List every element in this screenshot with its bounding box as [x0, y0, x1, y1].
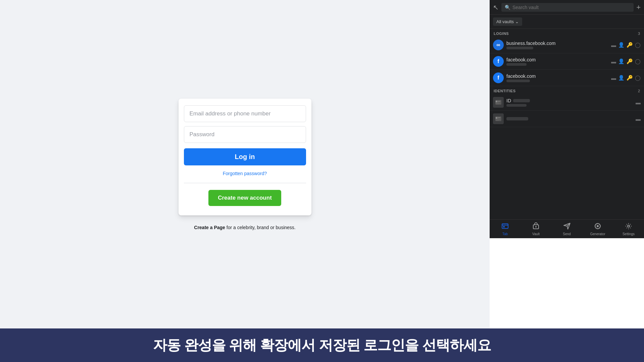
item-actions: ▬ 👤 🔑 ◯	[611, 58, 641, 64]
item-subtitle	[506, 63, 608, 66]
history-icon[interactable]: ◯	[635, 42, 641, 48]
password-input[interactable]	[184, 126, 306, 143]
tab-icon	[501, 222, 509, 231]
blurred-text	[506, 117, 528, 120]
svg-rect-11	[496, 120, 499, 120]
forgot-password-link[interactable]: Forgotten password?	[184, 171, 306, 176]
svg-rect-1	[496, 101, 497, 102]
tab-label: Tab	[502, 232, 508, 236]
svg-rect-2	[498, 101, 500, 102]
user-icon[interactable]: 👤	[618, 42, 625, 48]
item-info: facebook.com	[506, 57, 608, 66]
svg-rect-4	[496, 103, 500, 103]
identities-section-header: IDENTITIES 2	[490, 86, 644, 94]
send-label: Send	[563, 232, 571, 236]
svg-rect-5	[496, 104, 499, 104]
details-icon[interactable]: ▬	[636, 116, 641, 122]
blurred-text	[506, 63, 527, 66]
login-button[interactable]: Log in	[184, 148, 306, 165]
item-info	[506, 116, 633, 121]
vault-list: LOGINS 3 ∞ business.facebook.com ▬ 👤 🔑 ◯	[490, 29, 644, 219]
list-item[interactable]: f facebook.com ▬ 👤 🔑 ◯	[490, 53, 644, 70]
key-icon[interactable]: 🔑	[627, 42, 633, 48]
nav-tab[interactable]: Tab	[490, 222, 521, 236]
item-subtitle	[506, 47, 608, 49]
item-info: ID	[506, 98, 633, 107]
user-icon[interactable]: 👤	[618, 58, 625, 64]
korean-text: 자동 완성을 위해 확장에서 저장된 로그인을 선택하세요	[153, 336, 491, 355]
bitwarden-panel: ↖ 🔍 + All vaults ⌄ LOGINS 3 ∞	[490, 0, 644, 238]
item-title: business.facebook.com	[506, 41, 608, 46]
item-info: facebook.com	[506, 73, 608, 82]
create-page-text: Create a Page for a celebrity, brand or …	[194, 225, 295, 230]
copy-icon[interactable]: ▬	[611, 59, 616, 64]
back-icon[interactable]: ↖	[493, 3, 499, 11]
vault-label: Vault	[532, 232, 540, 236]
list-item[interactable]: ∞ business.facebook.com ▬ 👤 🔑 ◯	[490, 37, 644, 53]
details-icon[interactable]: ▬	[636, 100, 641, 105]
create-page-bold[interactable]: Create a Page	[194, 225, 225, 230]
user-icon[interactable]: 👤	[618, 75, 625, 81]
svg-rect-7	[496, 117, 497, 119]
nav-send[interactable]: Send	[551, 222, 582, 236]
item-actions: ▬	[636, 116, 641, 122]
svg-rect-3	[498, 102, 499, 102]
settings-icon	[625, 222, 632, 231]
copy-icon[interactable]: ▬	[611, 42, 616, 48]
divider	[184, 183, 306, 183]
chevron-down-icon: ⌄	[515, 19, 519, 24]
history-icon[interactable]: ◯	[635, 75, 641, 81]
key-icon[interactable]: 🔑	[627, 58, 633, 64]
fb-icon: f	[493, 56, 504, 67]
main-area: Log in Forgotten password? Create new ac…	[0, 0, 644, 328]
nav-generator[interactable]: Generator	[582, 222, 613, 236]
meta-icon: ∞	[493, 40, 504, 50]
blurred-text	[506, 80, 530, 82]
add-button[interactable]: +	[636, 3, 641, 12]
copy-icon[interactable]: ▬	[611, 75, 616, 81]
korean-banner: 자동 완성을 위해 확장에서 저장된 로그인을 선택하세요	[0, 328, 644, 362]
generator-label: Generator	[590, 232, 605, 236]
item-title: facebook.com	[506, 73, 608, 79]
fb-icon: f	[493, 72, 504, 83]
blurred-text	[506, 104, 527, 107]
create-page-rest: for a celebrity, brand or business.	[227, 225, 296, 230]
list-item[interactable]: ID ▬	[490, 94, 644, 111]
vault-selector-label: All vaults	[496, 19, 514, 24]
svg-point-17	[597, 225, 599, 227]
vault-icon	[532, 222, 540, 231]
key-icon[interactable]: 🔑	[627, 75, 633, 81]
search-input[interactable]	[512, 5, 630, 10]
blurred-text	[513, 99, 530, 102]
blurred-text	[506, 47, 533, 49]
search-icon: 🔍	[505, 5, 510, 10]
item-actions: ▬ 👤 🔑 ◯	[611, 75, 641, 81]
item-subtitle	[506, 104, 633, 107]
svg-rect-10	[496, 119, 500, 120]
id-card-icon	[493, 97, 504, 108]
svg-rect-12	[502, 224, 508, 228]
svg-rect-8	[498, 117, 500, 118]
nav-settings[interactable]: Settings	[613, 222, 644, 236]
item-subtitle	[506, 80, 608, 82]
create-account-button[interactable]: Create new account	[208, 190, 281, 206]
list-item[interactable]: ▬	[490, 111, 644, 127]
history-icon[interactable]: ◯	[635, 58, 641, 64]
svg-rect-13	[503, 226, 505, 227]
bw-header: ↖ 🔍 +	[490, 0, 644, 15]
item-actions: ▬	[636, 100, 641, 105]
item-title: ID	[506, 98, 633, 103]
logins-section-header: LOGINS 3	[490, 29, 644, 37]
facebook-login-page: Log in Forgotten password? Create new ac…	[0, 0, 490, 328]
search-box: 🔍	[501, 3, 634, 12]
login-card: Log in Forgotten password? Create new ac…	[179, 99, 311, 215]
email-input[interactable]	[184, 105, 306, 122]
svg-point-15	[535, 226, 537, 227]
item-title	[506, 116, 633, 121]
vault-selector-area: All vaults ⌄	[490, 15, 644, 29]
nav-vault[interactable]: Vault	[521, 222, 551, 236]
list-item[interactable]: f facebook.com ▬ 👤 🔑 ◯	[490, 70, 644, 86]
vault-selector-button[interactable]: All vaults ⌄	[493, 17, 522, 26]
svg-point-18	[628, 225, 630, 227]
send-icon	[563, 222, 571, 231]
